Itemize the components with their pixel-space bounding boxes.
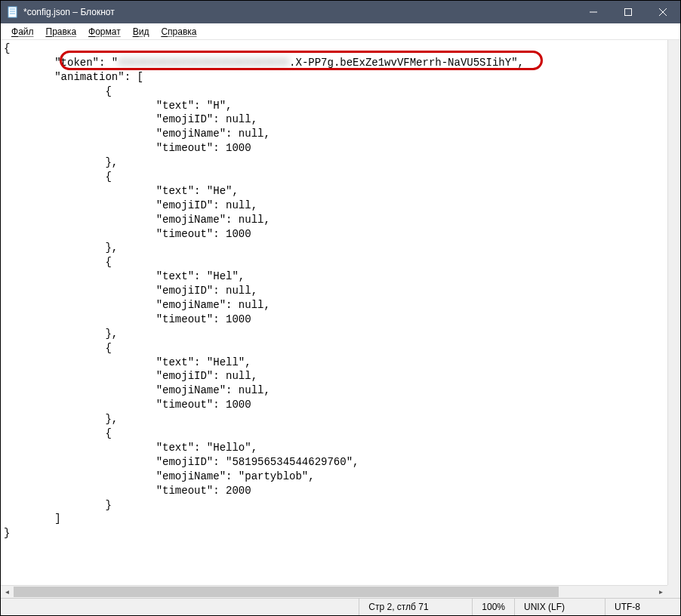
menu-edit[interactable]: Правка xyxy=(40,25,83,38)
scroll-thumb-h[interactable] xyxy=(14,587,559,597)
notepad-icon xyxy=(7,6,19,18)
statusbar: Стр 2, стлб 71 100% UNIX (LF) UTF-8 xyxy=(1,598,680,615)
scroll-left-button[interactable]: ◄ xyxy=(1,586,14,599)
window-title: *config.json – Блокнот xyxy=(23,7,115,17)
menu-format[interactable]: Формат xyxy=(82,25,127,38)
scroll-corner xyxy=(667,585,680,598)
status-cursor: Стр 2, стлб 71 xyxy=(359,599,472,615)
window-controls xyxy=(576,1,680,23)
editor-content[interactable]: { "token": "XXXXXXXXXXXXXXXXXXXXXXXXXXX.… xyxy=(1,40,680,542)
vertical-scrollbar[interactable] xyxy=(667,40,680,585)
scroll-track-h[interactable] xyxy=(14,586,655,598)
minimize-button[interactable] xyxy=(576,1,611,23)
status-lineending: UNIX (LF) xyxy=(514,599,605,615)
menu-view[interactable]: Вид xyxy=(127,25,156,38)
status-encoding: UTF-8 xyxy=(605,599,680,615)
svg-rect-5 xyxy=(625,9,632,16)
menu-file[interactable]: Файл xyxy=(5,25,40,38)
svg-rect-0 xyxy=(8,7,17,17)
editor-area[interactable]: { "token": "XXXXXXXXXXXXXXXXXXXXXXXXXXX.… xyxy=(1,40,680,598)
maximize-button[interactable] xyxy=(611,1,646,23)
horizontal-scrollbar[interactable]: ◄ ► xyxy=(1,585,667,598)
notepad-window: *config.json – Блокнот Файл Правка Форма… xyxy=(1,1,680,615)
menu-help[interactable]: Справка xyxy=(155,25,202,38)
status-zoom: 100% xyxy=(472,599,514,615)
titlebar: *config.json – Блокнот xyxy=(1,1,680,23)
close-button[interactable] xyxy=(646,1,680,23)
scroll-right-button[interactable]: ► xyxy=(655,586,667,599)
menubar: Файл Правка Формат Вид Справка xyxy=(1,23,680,40)
